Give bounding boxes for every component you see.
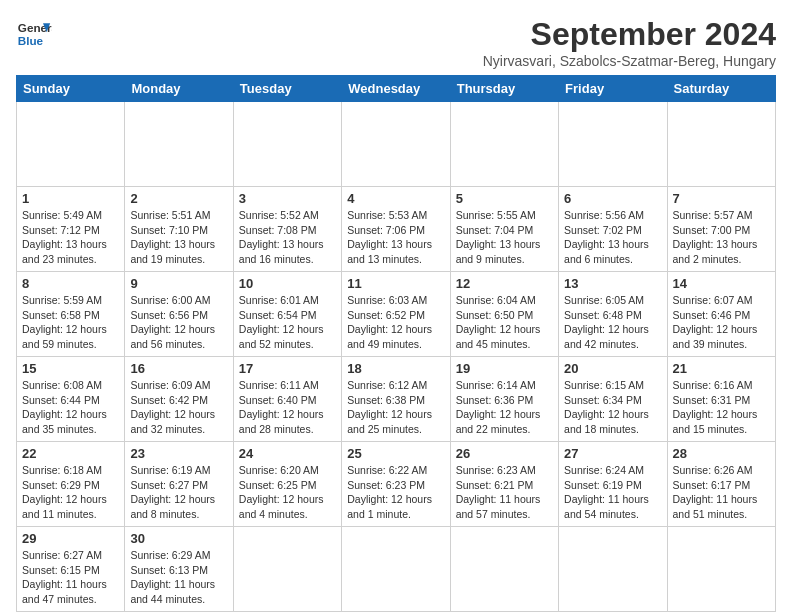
weekday-header-wednesday: Wednesday [342, 76, 450, 102]
day-number: 11 [347, 276, 444, 291]
calendar-cell: 13Sunrise: 6:05 AM Sunset: 6:48 PM Dayli… [559, 272, 667, 357]
calendar-cell: 23Sunrise: 6:19 AM Sunset: 6:27 PM Dayli… [125, 442, 233, 527]
day-number: 8 [22, 276, 119, 291]
calendar-cell: 19Sunrise: 6:14 AM Sunset: 6:36 PM Dayli… [450, 357, 558, 442]
calendar-cell: 29Sunrise: 6:27 AM Sunset: 6:15 PM Dayli… [17, 527, 125, 612]
logo: General Blue [16, 16, 52, 52]
day-info: Sunrise: 6:14 AM Sunset: 6:36 PM Dayligh… [456, 378, 553, 437]
calendar-cell: 24Sunrise: 6:20 AM Sunset: 6:25 PM Dayli… [233, 442, 341, 527]
day-number: 3 [239, 191, 336, 206]
calendar-cell [450, 527, 558, 612]
calendar-cell [125, 102, 233, 187]
weekday-header-thursday: Thursday [450, 76, 558, 102]
day-number: 28 [673, 446, 770, 461]
day-info: Sunrise: 5:49 AM Sunset: 7:12 PM Dayligh… [22, 208, 119, 267]
day-number: 24 [239, 446, 336, 461]
day-info: Sunrise: 5:56 AM Sunset: 7:02 PM Dayligh… [564, 208, 661, 267]
calendar-cell [559, 102, 667, 187]
day-number: 6 [564, 191, 661, 206]
calendar-cell [667, 527, 775, 612]
week-row-2: 1Sunrise: 5:49 AM Sunset: 7:12 PM Daylig… [17, 187, 776, 272]
day-info: Sunrise: 6:18 AM Sunset: 6:29 PM Dayligh… [22, 463, 119, 522]
day-number: 23 [130, 446, 227, 461]
day-number: 5 [456, 191, 553, 206]
weekday-header-row: SundayMondayTuesdayWednesdayThursdayFrid… [17, 76, 776, 102]
day-info: Sunrise: 6:11 AM Sunset: 6:40 PM Dayligh… [239, 378, 336, 437]
week-row-4: 15Sunrise: 6:08 AM Sunset: 6:44 PM Dayli… [17, 357, 776, 442]
logo-icon: General Blue [16, 16, 52, 52]
calendar-cell [17, 102, 125, 187]
day-info: Sunrise: 6:29 AM Sunset: 6:13 PM Dayligh… [130, 548, 227, 607]
calendar-cell: 4Sunrise: 5:53 AM Sunset: 7:06 PM Daylig… [342, 187, 450, 272]
day-number: 13 [564, 276, 661, 291]
day-number: 16 [130, 361, 227, 376]
day-info: Sunrise: 5:55 AM Sunset: 7:04 PM Dayligh… [456, 208, 553, 267]
calendar-cell [342, 527, 450, 612]
calendar-cell: 14Sunrise: 6:07 AM Sunset: 6:46 PM Dayli… [667, 272, 775, 357]
day-info: Sunrise: 6:23 AM Sunset: 6:21 PM Dayligh… [456, 463, 553, 522]
weekday-header-sunday: Sunday [17, 76, 125, 102]
day-info: Sunrise: 6:26 AM Sunset: 6:17 PM Dayligh… [673, 463, 770, 522]
calendar-cell: 7Sunrise: 5:57 AM Sunset: 7:00 PM Daylig… [667, 187, 775, 272]
day-info: Sunrise: 5:57 AM Sunset: 7:00 PM Dayligh… [673, 208, 770, 267]
calendar-cell: 20Sunrise: 6:15 AM Sunset: 6:34 PM Dayli… [559, 357, 667, 442]
calendar-cell [450, 102, 558, 187]
calendar-cell: 15Sunrise: 6:08 AM Sunset: 6:44 PM Dayli… [17, 357, 125, 442]
day-number: 7 [673, 191, 770, 206]
day-number: 12 [456, 276, 553, 291]
weekday-header-tuesday: Tuesday [233, 76, 341, 102]
day-info: Sunrise: 6:19 AM Sunset: 6:27 PM Dayligh… [130, 463, 227, 522]
week-row-6: 29Sunrise: 6:27 AM Sunset: 6:15 PM Dayli… [17, 527, 776, 612]
day-number: 21 [673, 361, 770, 376]
calendar-cell [342, 102, 450, 187]
calendar-cell [559, 527, 667, 612]
day-info: Sunrise: 6:04 AM Sunset: 6:50 PM Dayligh… [456, 293, 553, 352]
calendar-cell: 5Sunrise: 5:55 AM Sunset: 7:04 PM Daylig… [450, 187, 558, 272]
calendar-table: SundayMondayTuesdayWednesdayThursdayFrid… [16, 75, 776, 612]
day-number: 29 [22, 531, 119, 546]
day-info: Sunrise: 5:59 AM Sunset: 6:58 PM Dayligh… [22, 293, 119, 352]
calendar-cell: 12Sunrise: 6:04 AM Sunset: 6:50 PM Dayli… [450, 272, 558, 357]
day-number: 4 [347, 191, 444, 206]
day-number: 18 [347, 361, 444, 376]
day-number: 14 [673, 276, 770, 291]
day-info: Sunrise: 6:22 AM Sunset: 6:23 PM Dayligh… [347, 463, 444, 522]
calendar-cell: 27Sunrise: 6:24 AM Sunset: 6:19 PM Dayli… [559, 442, 667, 527]
calendar-cell: 22Sunrise: 6:18 AM Sunset: 6:29 PM Dayli… [17, 442, 125, 527]
day-number: 19 [456, 361, 553, 376]
day-info: Sunrise: 6:07 AM Sunset: 6:46 PM Dayligh… [673, 293, 770, 352]
day-info: Sunrise: 6:05 AM Sunset: 6:48 PM Dayligh… [564, 293, 661, 352]
day-number: 1 [22, 191, 119, 206]
calendar-cell: 3Sunrise: 5:52 AM Sunset: 7:08 PM Daylig… [233, 187, 341, 272]
calendar-cell [233, 527, 341, 612]
day-info: Sunrise: 6:27 AM Sunset: 6:15 PM Dayligh… [22, 548, 119, 607]
calendar-cell: 10Sunrise: 6:01 AM Sunset: 6:54 PM Dayli… [233, 272, 341, 357]
day-info: Sunrise: 6:08 AM Sunset: 6:44 PM Dayligh… [22, 378, 119, 437]
page-subtitle: Nyirvasvari, Szabolcs-Szatmar-Bereg, Hun… [483, 53, 776, 69]
day-number: 26 [456, 446, 553, 461]
week-row-3: 8Sunrise: 5:59 AM Sunset: 6:58 PM Daylig… [17, 272, 776, 357]
weekday-header-saturday: Saturday [667, 76, 775, 102]
day-info: Sunrise: 5:53 AM Sunset: 7:06 PM Dayligh… [347, 208, 444, 267]
calendar-cell: 11Sunrise: 6:03 AM Sunset: 6:52 PM Dayli… [342, 272, 450, 357]
calendar-cell: 6Sunrise: 5:56 AM Sunset: 7:02 PM Daylig… [559, 187, 667, 272]
calendar-cell: 2Sunrise: 5:51 AM Sunset: 7:10 PM Daylig… [125, 187, 233, 272]
week-row-5: 22Sunrise: 6:18 AM Sunset: 6:29 PM Dayli… [17, 442, 776, 527]
title-block: September 2024 Nyirvasvari, Szabolcs-Sza… [483, 16, 776, 69]
day-info: Sunrise: 6:24 AM Sunset: 6:19 PM Dayligh… [564, 463, 661, 522]
day-number: 9 [130, 276, 227, 291]
page-title: September 2024 [483, 16, 776, 53]
day-info: Sunrise: 6:09 AM Sunset: 6:42 PM Dayligh… [130, 378, 227, 437]
day-info: Sunrise: 6:20 AM Sunset: 6:25 PM Dayligh… [239, 463, 336, 522]
day-number: 25 [347, 446, 444, 461]
day-number: 10 [239, 276, 336, 291]
calendar-cell: 26Sunrise: 6:23 AM Sunset: 6:21 PM Dayli… [450, 442, 558, 527]
calendar-cell: 9Sunrise: 6:00 AM Sunset: 6:56 PM Daylig… [125, 272, 233, 357]
day-info: Sunrise: 5:51 AM Sunset: 7:10 PM Dayligh… [130, 208, 227, 267]
day-info: Sunrise: 6:03 AM Sunset: 6:52 PM Dayligh… [347, 293, 444, 352]
page-header: General Blue September 2024 Nyirvasvari,… [16, 16, 776, 69]
calendar-cell: 8Sunrise: 5:59 AM Sunset: 6:58 PM Daylig… [17, 272, 125, 357]
day-number: 20 [564, 361, 661, 376]
day-info: Sunrise: 6:01 AM Sunset: 6:54 PM Dayligh… [239, 293, 336, 352]
calendar-cell: 17Sunrise: 6:11 AM Sunset: 6:40 PM Dayli… [233, 357, 341, 442]
